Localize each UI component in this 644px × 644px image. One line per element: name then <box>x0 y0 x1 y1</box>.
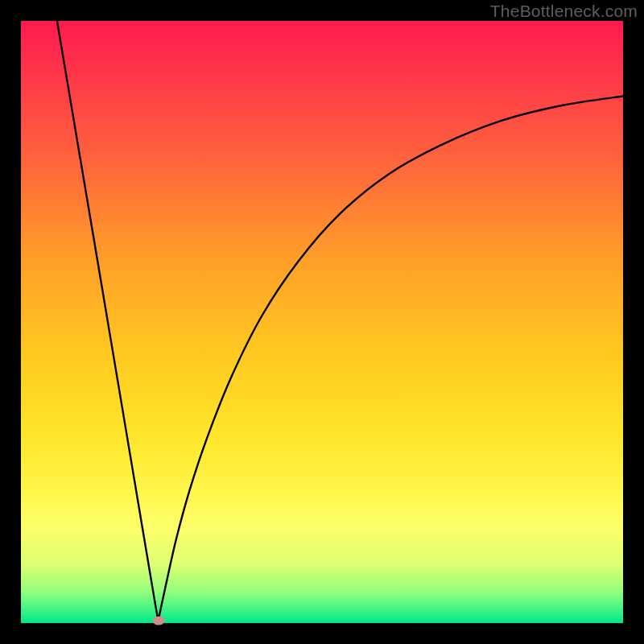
watermark-text: TheBottleneck.com <box>490 2 638 21</box>
minimum-marker <box>152 617 164 625</box>
bottleneck-curve <box>21 21 623 623</box>
